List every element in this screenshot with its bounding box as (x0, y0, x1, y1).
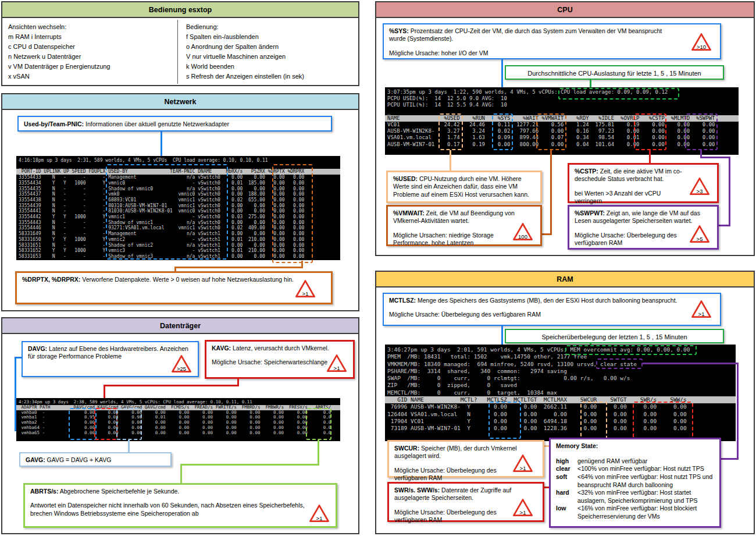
vmwait-connector (541, 233, 551, 235)
note-swpwt-cause: Mögliche Ursache: Überbelegung des verfü… (575, 232, 679, 247)
memory-state-key: high (556, 457, 577, 466)
memory-state-item: hard <32% von minFree verfügbar: Host st… (556, 489, 714, 505)
note-mctlsz-text: Menge des Speichers des Gastsystems (MB)… (418, 297, 677, 304)
gavg-connector (128, 440, 130, 453)
note-cpu-loadavg-text: Durchschnittliche CPU-Auslastung für let… (511, 69, 718, 77)
note-vmwait-label: %VMWAIT: (393, 210, 425, 216)
cpu-terminal: 3:07:35pm up 3 days 1:22, 590 worlds, 4 … (385, 87, 739, 155)
warning-triangle: >1 (512, 498, 533, 517)
note-drptx-label: %DRPTX, %DRPRX: (22, 276, 80, 283)
panel-datentraeger-title: Datenträger (160, 322, 201, 330)
warning-triangle: >1 (691, 300, 712, 319)
memory-state-item: high genügend RAM verfügbar (556, 457, 714, 466)
panel-netzwerk-header: Netzwerk (2, 94, 358, 110)
note-usedby-label: Used-by/Team-PNIC: (24, 120, 84, 127)
note-kavg: KAVG: Latenz, verursacht durch VMkernel.… (205, 340, 355, 379)
cpu-terminal-rows: VC01 24.42 24.46 0.11 1277.21 0.56 1.24 … (385, 122, 739, 148)
panel-bedienung-title: Bedienung esxtop (149, 6, 212, 14)
note-gavg-text: GAVG = DAVG + KAVG (47, 456, 112, 463)
cpu-terminal-colheader: NAME %USED %RUN %SYS %WAIT %VMWAIT %RDY … (385, 115, 739, 122)
ram-terminal-colheader: GID NAME MCTL? MCTLSZ MCTLTGT MCTLMAX SW… (385, 396, 736, 403)
note-sys-label: %SYS: (389, 27, 409, 34)
note-ram-overcommit: Speicherüberbelegung der letzten 1, 5 , … (505, 329, 724, 343)
ram-terminal-top: 3:46:27pm up 3 days 2:01, 591 worlds, 4 … (385, 346, 736, 396)
note-usedby-text: Informationen über aktuell genutzte Netz… (85, 120, 229, 127)
memory-state-desc: genügend RAM verfügbar (577, 457, 647, 466)
note-mctlsz-cause: Mögliche Ursache: Überbelegung des verfü… (389, 311, 715, 318)
cpu-terminal-top: 3:07:35pm up 3 days 1:22, 590 worlds, 4 … (385, 89, 739, 115)
ram-terminal-rows: 76996 AUSB-VM-WIN2K8- Y 0.00 0.00 2662.1… (385, 403, 736, 432)
note-cstp: %CSTP: Zeit, die eine aktive VM im co-de… (568, 163, 719, 203)
note-davg-label: DAVG: (28, 345, 47, 352)
datentraeger-terminal-rows: vmhba0 - 0.00 0.00 0.00 0.00 0.00 0.00 0… (16, 410, 340, 436)
kavg-connector (104, 385, 239, 386)
panel-netzwerk-title: Netzwerk (165, 98, 197, 106)
abrts-connector (180, 464, 182, 484)
note-swr-sww: SWR/s. SWW/s: Datenrate der Zugriffe auf… (387, 482, 544, 522)
warning-triangle: >1 (295, 279, 316, 299)
cstp-connector (649, 150, 651, 164)
note-cstp-label: %CSTP: (575, 168, 598, 175)
abrts-connector (180, 464, 319, 466)
memory-state-key: soft (556, 473, 577, 489)
memory-state-desc: <100% von minFree verfügbar: Host nutzt … (577, 465, 704, 473)
bedienung-views-list: Ansichten wechseln: m RAM i Interrupts c… (8, 22, 171, 81)
note-mctlsz-label: MCTLSZ: (389, 297, 416, 304)
note-sys: %SYS: Prozentsatz der CPU-Zeit der VM, d… (383, 23, 721, 59)
note-cstp-hint: bei Werten >3 Anzahl der vCPU verringern (575, 190, 685, 205)
warning-triangle: >25 (171, 354, 192, 374)
note-used: %USED: CPU-Nutzung durch eine VM. Höhere… (386, 171, 542, 203)
note-vmwait-cause: Mögliche Ursachen: niedrige Storage Perf… (393, 232, 504, 247)
memstate-connector (643, 363, 739, 364)
warning-triangle: >10 (691, 33, 712, 52)
bedienung-keys-list: Bedienung: f Spalten ein-/ausblenden o A… (186, 22, 355, 81)
drp-connector (174, 267, 303, 268)
note-swcur: SWCUR: Speicher (MB), der durch Vmkernel… (387, 440, 544, 478)
note-vmwait: %VMWAIT: Zeit, die VM auf Beendigung von… (386, 205, 542, 246)
note-memory-state-title: Memory State: (556, 442, 714, 450)
note-davg: DAVG: Latenz auf Ebene des Hardwaretreib… (22, 341, 199, 377)
memory-state-item: low <16% von minFree verfügbar: Host blo… (556, 505, 714, 520)
memory-state-item: clear <100% von minFree verfügbar: Host … (556, 465, 714, 473)
ram-terminal: 3:46:27pm up 3 days 2:01, 591 worlds, 4 … (385, 345, 736, 441)
note-swcur-cause: Mögliche Ursache: Überbelegung des verfü… (394, 467, 499, 482)
swpwt-connector (729, 157, 730, 226)
datentraeger-terminal: 4:23:34pm up 3 days 2:38, 589 worlds, 4 … (16, 398, 340, 441)
vmwait-connector (550, 150, 552, 235)
panel-ram-header: RAM (376, 272, 754, 287)
note-cpu-loadavg: Durchschnittliche CPU-Auslastung für let… (505, 65, 724, 80)
note-used-label: %USED: (393, 175, 418, 182)
note-drptx-text: Verworfene Datenpakete. Werte > 0 weisen… (82, 276, 294, 283)
note-swpwt-label: %SWPWT: (575, 210, 605, 216)
netzwerk-terminal-rows: 33554433 N - - - Management n/a vSwitch0… (16, 175, 340, 260)
note-gavg-label: GAVG: (26, 456, 45, 463)
note-swr-sww-cause: Mögliche Ursache: Überbelegung des verfü… (394, 509, 499, 524)
note-ram-overcommit-text: Speicherüberbelegung der letzten 1, 5 , … (511, 333, 718, 341)
note-gavg: GAVG: GAVG = DAVG + KAVG (19, 452, 172, 467)
warning-triangle: >1 (326, 354, 347, 373)
netzwerk-terminal: 4:16:18pm up 3 days 2:31, 589 worlds, 4 … (16, 156, 340, 260)
note-swpwt: %SWPWT: Zeigt an, wie lange die VM auf d… (568, 205, 719, 250)
panel-cpu-title: CPU (557, 6, 572, 14)
note-usedby: Used-by/Team-PNIC: Informationen über ak… (17, 116, 332, 132)
memstate-connector (721, 458, 739, 460)
note-drptx: %DRPTX, %DRPRX: Verworfene Datenpakete. … (15, 271, 333, 304)
memory-state-desc: <16% von minFree verfügbar: Host blockie… (577, 505, 714, 520)
memstate-connector (737, 363, 739, 460)
note-kavg-label: KAVG: (212, 345, 231, 352)
bedienung-divider (177, 20, 178, 84)
note-abrts-text: Abgebrochene Speicherbefehle je Sekunde. (60, 488, 180, 495)
panel-ram-title: RAM (557, 275, 573, 283)
panel-datentraeger-header: Datenträger (2, 318, 358, 334)
warning-triangle: >5 (689, 225, 710, 244)
warning-triangle: >1 (512, 454, 533, 473)
note-swcur-label: SWCUR: (394, 445, 419, 452)
panel-cpu-header: CPU (376, 2, 754, 18)
esxtop-cheatsheet: Bedienung esxtop Ansichten wechseln: m R… (0, 0, 756, 536)
memory-state-list: high genügend RAM verfügbar clear <100% … (556, 457, 714, 521)
memory-state-desc: <64% von minFree verfügbar: Host nutzt T… (577, 473, 714, 489)
used-connector (450, 150, 451, 171)
note-abrts-detail: Antwortet ein Datenspeicher nicht innerh… (30, 502, 315, 517)
swpwt-connector (700, 157, 730, 158)
memory-state-key: low (556, 505, 577, 520)
